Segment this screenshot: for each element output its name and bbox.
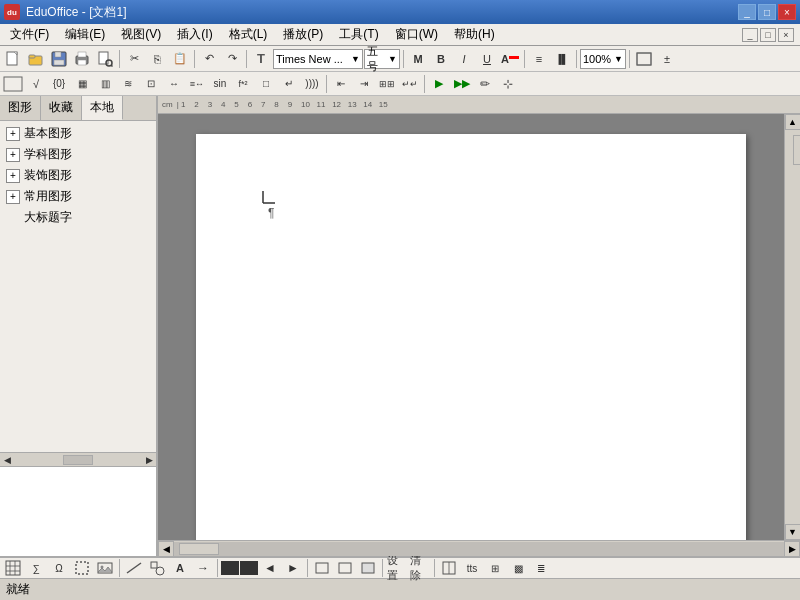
tab-favorites[interactable]: 收藏: [41, 96, 82, 120]
expander-common-shapes[interactable]: +: [6, 190, 20, 204]
tree-item-basic-shapes[interactable]: + 基本图形: [2, 123, 154, 144]
tb2-play2[interactable]: ▶▶: [451, 73, 473, 95]
scroll-h-thumb[interactable]: [179, 543, 219, 555]
tb2-play1[interactable]: ▶: [428, 73, 450, 95]
menu-view[interactable]: 视图(V): [113, 24, 169, 45]
settings-button[interactable]: 设置: [386, 557, 408, 579]
tb2-btn15[interactable]: ⇤: [330, 73, 352, 95]
tb2-btn10[interactable]: sin: [209, 73, 231, 95]
doc-content[interactable]: ¶: [158, 114, 784, 540]
tree-item-subject-shapes[interactable]: + 学科图形: [2, 144, 154, 165]
zoom-combo[interactable]: 100% ▼: [580, 49, 626, 69]
bt-black-arrow-right[interactable]: ►: [282, 557, 304, 579]
bt-shape-icon[interactable]: [146, 557, 168, 579]
align-left-button[interactable]: ≡: [528, 48, 550, 70]
bold-B-button[interactable]: B: [430, 48, 452, 70]
menu-format[interactable]: 格式(L): [221, 24, 276, 45]
bt-extra3[interactable]: ⊞: [484, 557, 506, 579]
menu-window[interactable]: 窗口(W): [387, 24, 446, 45]
preview-button[interactable]: [94, 48, 116, 70]
clear-button[interactable]: 清除: [409, 557, 431, 579]
open-button[interactable]: [25, 48, 47, 70]
view-toggle2-button[interactable]: ±: [656, 48, 678, 70]
bt-rect2[interactable]: [334, 557, 356, 579]
tb2-btn9[interactable]: ≡↔: [186, 73, 208, 95]
expander-deco-shapes[interactable]: +: [6, 169, 20, 183]
copy-button[interactable]: ⎘: [146, 48, 168, 70]
paste-button[interactable]: 📋: [169, 48, 191, 70]
menu-file[interactable]: 文件(F): [2, 24, 57, 45]
tb2-btn13[interactable]: ↵: [278, 73, 300, 95]
tb2-btn14[interactable]: )))): [301, 73, 323, 95]
panel-scroll-thumb[interactable]: [63, 455, 93, 465]
bt-black-arrow-left[interactable]: ◄: [259, 557, 281, 579]
tb2-pen[interactable]: ✏: [474, 73, 496, 95]
redo-button[interactable]: ↷: [221, 48, 243, 70]
print-button[interactable]: [71, 48, 93, 70]
tb2-btn1[interactable]: [2, 73, 24, 95]
tree-item-deco-shapes[interactable]: + 装饰图形: [2, 165, 154, 186]
undo-button[interactable]: ↶: [198, 48, 220, 70]
tb2-btn6[interactable]: ≋: [117, 73, 139, 95]
doc-minimize-button[interactable]: _: [742, 28, 758, 42]
bt-text-icon[interactable]: A: [169, 557, 191, 579]
tree-item-title-font[interactable]: 大标题字: [2, 207, 154, 228]
new-button[interactable]: [2, 48, 24, 70]
tab-local[interactable]: 本地: [82, 96, 123, 120]
tb2-btn16[interactable]: ⇥: [353, 73, 375, 95]
tb2-star[interactable]: ⊹: [497, 73, 519, 95]
bt-black-square1[interactable]: [221, 561, 239, 575]
bt-table-icon[interactable]: [2, 557, 24, 579]
bt-rect3[interactable]: [357, 557, 379, 579]
scroll-v-thumb[interactable]: [793, 135, 801, 165]
bt-frame-icon[interactable]: [71, 557, 93, 579]
cut-button[interactable]: ✂: [123, 48, 145, 70]
tb2-btn12[interactable]: □: [255, 73, 277, 95]
tree-item-common-shapes[interactable]: + 常用图形: [2, 186, 154, 207]
panel-scrollbar[interactable]: ◀ ▶: [0, 452, 156, 466]
expander-subject-shapes[interactable]: +: [6, 148, 20, 162]
align-right-button[interactable]: ▐▌: [551, 48, 573, 70]
bt-extra2[interactable]: tts: [461, 557, 483, 579]
menu-play[interactable]: 播放(P): [275, 24, 331, 45]
scroll-down-button[interactable]: ▼: [785, 524, 801, 540]
bt-symbol-icon[interactable]: Ω: [48, 557, 70, 579]
tb2-btn18[interactable]: ↵↵: [399, 73, 421, 95]
scroll-left-button[interactable]: ◀: [158, 541, 174, 557]
tb2-btn8[interactable]: ↔: [163, 73, 185, 95]
bt-black-square2[interactable]: [240, 561, 258, 575]
vertical-scrollbar[interactable]: ▲ ▼: [784, 114, 800, 540]
tb2-btn3[interactable]: {0}: [48, 73, 70, 95]
italic-button[interactable]: I: [453, 48, 475, 70]
panel-scroll-right[interactable]: ▶: [142, 453, 156, 467]
tb2-btn7[interactable]: ⊡: [140, 73, 162, 95]
scroll-h-track[interactable]: [174, 542, 784, 556]
view-toggle-button[interactable]: [633, 48, 655, 70]
document-page[interactable]: ¶: [196, 134, 746, 540]
bt-extra5[interactable]: ≣: [530, 557, 552, 579]
tb2-btn4[interactable]: ▦: [71, 73, 93, 95]
menu-help[interactable]: 帮助(H): [446, 24, 503, 45]
bt-rect1[interactable]: [311, 557, 333, 579]
scroll-up-button[interactable]: ▲: [785, 114, 801, 130]
scroll-right-button[interactable]: ▶: [784, 541, 800, 557]
bt-extra4[interactable]: ▩: [507, 557, 529, 579]
bt-arrow-icon[interactable]: →: [192, 557, 214, 579]
save-button[interactable]: [48, 48, 70, 70]
menu-tools[interactable]: 工具(T): [331, 24, 386, 45]
close-button[interactable]: ×: [778, 4, 796, 20]
bt-image-icon[interactable]: [94, 557, 116, 579]
tb2-btn2[interactable]: √: [25, 73, 47, 95]
menu-insert[interactable]: 插入(I): [169, 24, 220, 45]
bt-formula-icon[interactable]: ∑: [25, 557, 47, 579]
minimize-button[interactable]: _: [738, 4, 756, 20]
expander-basic-shapes[interactable]: +: [6, 127, 20, 141]
tb2-btn11[interactable]: f*²: [232, 73, 254, 95]
doc-close-button[interactable]: ×: [778, 28, 794, 42]
tb2-btn17[interactable]: ⊞⊞: [376, 73, 398, 95]
bt-extra1[interactable]: [438, 557, 460, 579]
tab-shapes[interactable]: 图形: [0, 96, 41, 120]
doc-restore-button[interactable]: □: [760, 28, 776, 42]
panel-scroll-left[interactable]: ◀: [0, 453, 14, 467]
bt-line-icon[interactable]: [123, 557, 145, 579]
